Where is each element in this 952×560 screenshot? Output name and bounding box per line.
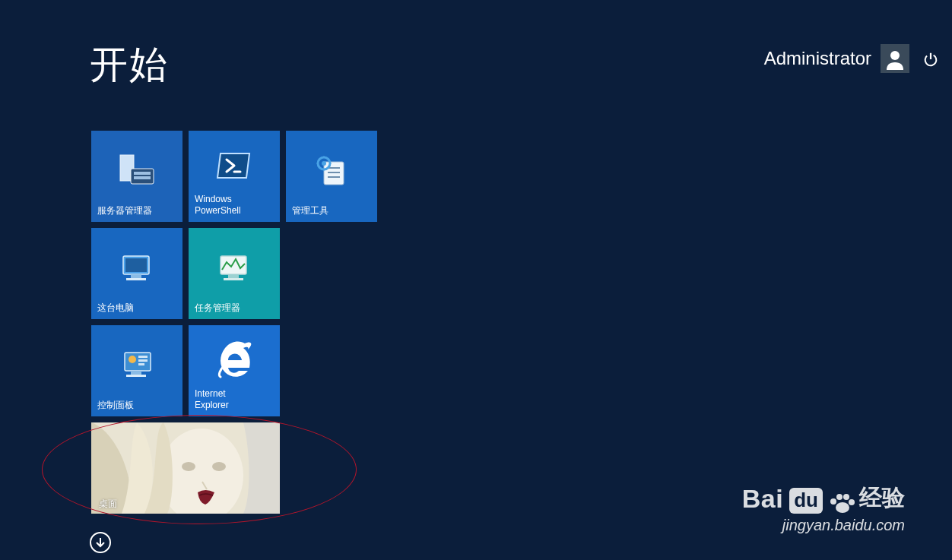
watermark-brand-prefix: Bai <box>742 484 783 514</box>
control-panel-icon <box>97 331 176 400</box>
svg-point-37 <box>836 502 849 513</box>
tile-spacer <box>286 325 377 416</box>
svg-rect-15 <box>125 258 147 272</box>
watermark: Baidu 经验 jingyan.baidu.com <box>742 482 905 534</box>
tile-label: 这台电脑 <box>97 302 176 313</box>
svg-rect-26 <box>131 371 141 375</box>
tile-task-manager[interactable]: 任务管理器 <box>189 228 280 319</box>
svg-rect-19 <box>228 274 239 278</box>
tile-server-manager[interactable]: 服务器管理器 <box>91 131 182 222</box>
svg-rect-5 <box>134 172 151 175</box>
tile-label: Internet Explorer <box>195 388 274 410</box>
svg-point-30 <box>182 462 195 471</box>
this-pc-icon <box>97 234 176 302</box>
power-button[interactable] <box>920 49 941 70</box>
tile-control-panel[interactable]: 控制面板 <box>91 325 182 416</box>
task-manager-icon <box>195 234 274 302</box>
svg-point-36 <box>849 499 855 505</box>
username-label: Administrator <box>764 48 871 69</box>
tile-this-pc[interactable]: 这台电脑 <box>91 228 182 319</box>
tile-internet-explorer[interactable]: Internet Explorer <box>189 325 280 416</box>
tile-desktop[interactable]: 桌面 <box>91 422 280 514</box>
svg-point-22 <box>129 356 136 363</box>
tile-label: 桌面 <box>99 498 117 509</box>
tile-label: 任务管理器 <box>195 302 274 313</box>
svg-rect-27 <box>126 375 146 377</box>
svg-rect-25 <box>138 363 144 365</box>
tile-admin-tools[interactable]: 管理工具 <box>286 131 377 222</box>
tile-powershell[interactable]: Windows PowerShell <box>189 131 280 222</box>
svg-point-35 <box>843 494 849 500</box>
svg-point-13 <box>322 161 326 166</box>
svg-point-0 <box>890 51 900 60</box>
powershell-icon <box>195 137 274 194</box>
tile-spacer <box>286 228 377 319</box>
arrow-down-icon <box>95 537 106 548</box>
user-avatar-icon <box>881 44 909 73</box>
tile-label: 控制面板 <box>97 400 176 410</box>
start-tiles-grid: 服务器管理器 Windows PowerShell 管理工具 <box>91 131 377 514</box>
svg-rect-20 <box>224 278 243 280</box>
tile-label: Windows PowerShell <box>195 194 274 216</box>
svg-rect-6 <box>134 176 151 179</box>
power-icon <box>922 51 939 68</box>
paw-icon <box>829 492 855 514</box>
tile-label: 服务器管理器 <box>97 205 176 216</box>
ie-icon <box>195 331 274 388</box>
svg-rect-24 <box>138 359 148 362</box>
admin-tools-icon <box>292 137 371 205</box>
all-apps-button[interactable] <box>90 532 111 553</box>
start-title: 开始 <box>90 40 169 90</box>
watermark-url: jingyan.baidu.com <box>742 517 905 534</box>
watermark-brand-suffix: 经验 <box>859 482 905 514</box>
svg-point-34 <box>836 494 843 500</box>
watermark-brand-box: du <box>789 488 823 514</box>
user-account-button[interactable]: Administrator <box>764 44 909 73</box>
tile-label: 管理工具 <box>292 205 371 216</box>
svg-point-31 <box>212 462 226 471</box>
svg-point-33 <box>830 498 836 505</box>
svg-rect-23 <box>138 356 148 358</box>
server-manager-icon <box>97 137 176 205</box>
desktop-wallpaper-icon <box>91 422 280 514</box>
svg-rect-16 <box>131 274 141 278</box>
svg-rect-17 <box>126 278 146 280</box>
